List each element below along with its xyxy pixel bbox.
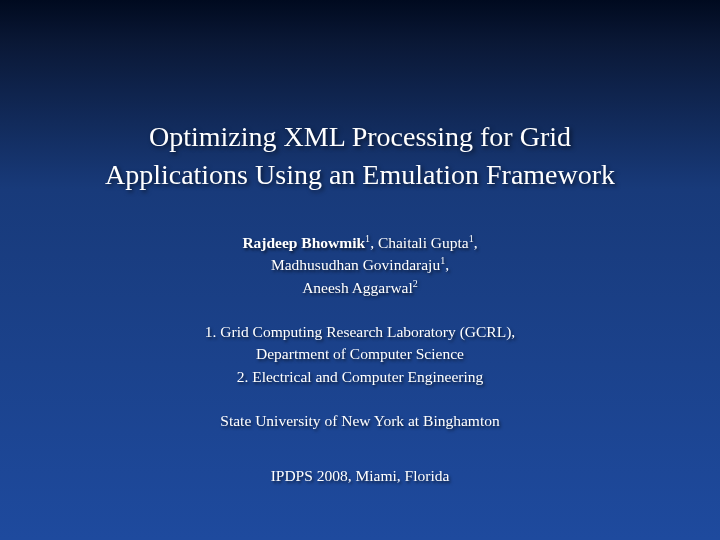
slide-content: Rajdeep Bhowmik1, Chaitali Gupta1, Madhu… [0, 232, 720, 488]
title-line-1: Optimizing XML Processing for Grid [149, 121, 571, 152]
author-3: Madhusudhan Govindaraju [271, 256, 440, 273]
affiliation-1: 1. Grid Computing Research Laboratory (G… [205, 323, 515, 340]
venue: IPDPS 2008, Miami, Florida [0, 465, 720, 487]
author-1: Rajdeep Bhowmik [242, 234, 365, 251]
author-4: Aneesh Aggarwal [302, 279, 413, 296]
affiliations-block: 1. Grid Computing Research Laboratory (G… [0, 321, 720, 388]
slide-title: Optimizing XML Processing for Grid Appli… [0, 118, 720, 194]
affiliation-2: 2. Electrical and Computer Engineering [237, 368, 484, 385]
author-4-sup: 2 [413, 277, 418, 288]
author-2: , Chaitali Gupta [370, 234, 469, 251]
university: State University of New York at Binghamt… [0, 410, 720, 432]
author-2-tail: , [474, 234, 478, 251]
authors-block: Rajdeep Bhowmik1, Chaitali Gupta1, Madhu… [0, 232, 720, 299]
title-line-2: Applications Using an Emulation Framewor… [105, 159, 615, 190]
affiliation-1b: Department of Computer Science [256, 345, 464, 362]
author-3-tail: , [445, 256, 449, 273]
